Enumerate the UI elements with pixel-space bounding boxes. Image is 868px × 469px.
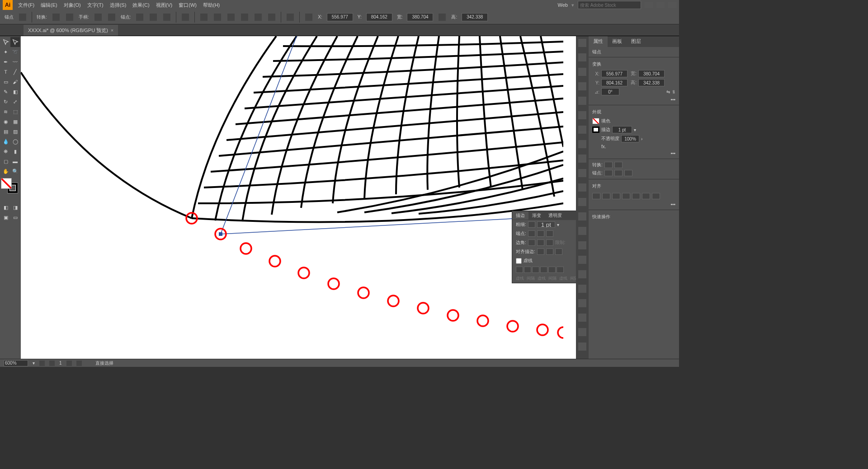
corner-miter-icon[interactable]: [528, 239, 535, 246]
gradient-tab[interactable]: 渐变: [528, 211, 545, 220]
dash-field-2[interactable]: [532, 267, 539, 273]
rp-align-hcenter-icon[interactable]: [602, 193, 610, 199]
eraser-tool[interactable]: ◧: [10, 87, 20, 97]
menu-file[interactable]: 文件(F): [18, 2, 34, 9]
mesh-tool[interactable]: ▤: [1, 127, 10, 136]
handle-show-icon[interactable]: [94, 14, 102, 21]
artboard-next-icon[interactable]: [66, 361, 72, 366]
symbol-sprayer-tool[interactable]: ❋: [1, 146, 10, 156]
artboard-prev-icon[interactable]: [49, 361, 55, 366]
graphic-styles-icon[interactable]: [578, 270, 586, 278]
anchor-cut-btn[interactable]: [624, 170, 632, 176]
gradient-tool[interactable]: ▨: [10, 127, 20, 136]
brushes-icon[interactable]: [578, 299, 586, 307]
fill-stroke-picker[interactable]: [1, 178, 21, 201]
close-tab-icon[interactable]: ×: [111, 28, 113, 33]
type-tool[interactable]: T: [1, 67, 10, 77]
align-right-icon[interactable]: [227, 14, 235, 21]
cc-libraries-icon[interactable]: [578, 155, 586, 163]
color-guide-icon[interactable]: [578, 342, 586, 351]
align-stroke-center-icon[interactable]: [537, 249, 544, 255]
anchor-remove-btn[interactable]: [604, 170, 613, 176]
stroke-weight-input-2[interactable]: [612, 126, 632, 133]
stroke-weight-dropdown-2-icon[interactable]: ▾: [634, 127, 636, 132]
symbols-icon[interactable]: [578, 285, 586, 293]
eyedropper-tool[interactable]: 💧: [1, 136, 10, 146]
link-wh-icon[interactable]: [439, 14, 446, 21]
curvature-tool[interactable]: 〰: [10, 57, 20, 67]
convert-corner-btn[interactable]: [604, 162, 613, 168]
paintbrush-tool[interactable]: 🖌: [10, 77, 20, 87]
swatches-icon[interactable]: [578, 314, 586, 322]
artboard-tool[interactable]: ▢: [1, 156, 10, 166]
corner-round-icon[interactable]: [537, 239, 544, 246]
scale-tool[interactable]: ⤢: [10, 97, 20, 107]
appearance-more-icon[interactable]: •••: [670, 151, 675, 156]
rotate-tool[interactable]: ↻: [1, 97, 10, 107]
cap-butt-icon[interactable]: [528, 230, 535, 237]
settings-icon[interactable]: [578, 53, 586, 61]
canvas[interactable]: 描边 渐变 透明度 ≡ 粗细: ▾ 端点: 边角:: [21, 36, 576, 359]
align-stroke-outside-icon[interactable]: [555, 249, 562, 255]
opentype-icon[interactable]: [578, 126, 586, 134]
anchor-connect-btn[interactable]: [614, 170, 623, 176]
menu-view[interactable]: 视图(V): [156, 2, 173, 9]
convert-smooth-btn[interactable]: [614, 162, 623, 168]
menu-object[interactable]: 对象(O): [64, 2, 81, 9]
appearance-icon[interactable]: [578, 256, 586, 264]
magic-wand-tool[interactable]: ✦: [1, 47, 10, 57]
stroke-weight-dropdown-icon[interactable]: ▾: [557, 222, 559, 227]
gap-field-1[interactable]: [524, 267, 531, 273]
opacity-value[interactable]: 100%: [621, 135, 639, 142]
type-panel-icon[interactable]: [578, 97, 586, 105]
anchor-add-icon[interactable]: [19, 14, 26, 21]
align-stroke-inside-icon[interactable]: [546, 249, 553, 255]
rp-align-top-icon[interactable]: [622, 193, 630, 199]
rp-align-right-icon[interactable]: [612, 193, 620, 199]
anchor-remove-icon[interactable]: [136, 14, 143, 21]
fill-swatch-small[interactable]: [592, 118, 599, 124]
tf-x-input[interactable]: [601, 70, 627, 77]
direct-selection-tool[interactable]: [10, 37, 20, 47]
stroke-swatch-small[interactable]: [592, 127, 599, 133]
menu-window[interactable]: 窗口(W): [179, 2, 197, 9]
menu-edit[interactable]: 编辑(E): [41, 2, 57, 9]
document-tab[interactable]: XXXX.ai* @ 600% (RGB/GPU 预览) ×: [24, 25, 118, 36]
handle-hide-icon[interactable]: [108, 14, 115, 21]
link-icon[interactable]: [578, 140, 586, 148]
free-transform-tool[interactable]: ⬚: [10, 107, 20, 117]
screen-mode-icon[interactable]: ▭: [10, 212, 20, 222]
cb-w-input[interactable]: [407, 13, 433, 21]
shaper-tool[interactable]: ✎: [1, 87, 10, 97]
play-icon[interactable]: [578, 68, 586, 76]
shape-builder-tool[interactable]: ◉: [1, 117, 10, 127]
stroke-weight-input[interactable]: [537, 221, 555, 228]
color-icon[interactable]: [578, 328, 586, 336]
dash-field-3[interactable]: [548, 267, 556, 273]
menu-help[interactable]: 帮助(H): [203, 2, 220, 9]
pathfinder-icon[interactable]: [578, 227, 586, 235]
slice-tool[interactable]: ▬: [10, 156, 20, 166]
rp-align-more-icon[interactable]: [652, 193, 660, 199]
align-vcenter-icon[interactable]: [255, 14, 262, 21]
search-input[interactable]: [578, 1, 641, 9]
convert-smooth-icon[interactable]: [66, 14, 73, 21]
align-panel-icon[interactable]: [578, 212, 586, 220]
distribute-icon[interactable]: [287, 14, 294, 21]
zoom-select[interactable]: [4, 360, 28, 366]
opacity-more-icon[interactable]: ›: [641, 136, 642, 141]
brightness-icon[interactable]: [578, 183, 586, 192]
tf-y-input[interactable]: [601, 79, 627, 86]
rp-align-left-icon[interactable]: [592, 193, 600, 199]
anchor-connect-icon[interactable]: [150, 14, 157, 21]
zoom-dropdown-icon[interactable]: ▾: [33, 361, 35, 366]
artboard-first-icon[interactable]: [39, 361, 45, 366]
menu-select[interactable]: 选择(S): [110, 2, 127, 9]
tf-h-input[interactable]: [638, 79, 665, 86]
cb-y-input[interactable]: [366, 13, 392, 21]
history-icon[interactable]: [578, 198, 586, 206]
width-tool[interactable]: ≋: [1, 107, 10, 117]
rp-align-vcenter-icon[interactable]: [632, 193, 640, 199]
cb-h-input[interactable]: [462, 13, 488, 21]
fill-swatch[interactable]: [1, 178, 12, 189]
